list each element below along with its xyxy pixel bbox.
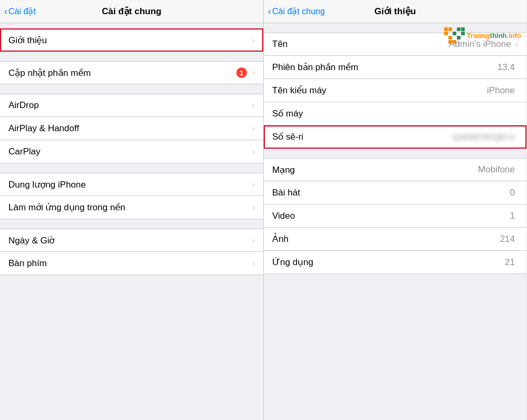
chevron-icon-dung-luong: › xyxy=(252,180,255,189)
right-item-video: Video 1 xyxy=(264,204,526,228)
brand-truong: Truong xyxy=(467,32,490,40)
pixel-15 xyxy=(461,36,465,40)
back-chevron-icon: ‹ xyxy=(4,6,7,17)
right-item-video-value: 1 xyxy=(510,211,515,221)
left-item-carplay-label: CarPlay xyxy=(8,146,251,157)
right-item-so-se-ri-value: Q4KBB79HQBYZ xyxy=(453,132,515,141)
pixel-18 xyxy=(453,40,456,44)
pixel-17 xyxy=(448,40,452,44)
pixel-9 xyxy=(457,32,461,35)
right-item-bai-hat: Bài hát 0 xyxy=(264,181,526,204)
left-nav-bar: ‹ Cài đặt Cài đặt chung xyxy=(0,0,263,23)
right-section-2: Mạng Mobifone Bài hát 0 Video 1 Ảnh 214 … xyxy=(264,158,526,274)
left-item-ban-phim-label: Bàn phím xyxy=(8,258,251,269)
left-item-ban-phim[interactable]: Bàn phím › xyxy=(0,252,263,275)
right-item-ten-label: Tên xyxy=(272,39,449,50)
left-item-cap-nhat-label: Cập nhật phần mềm xyxy=(8,67,236,79)
right-item-ung-dung-value: 21 xyxy=(505,257,515,268)
brand-info: .info xyxy=(507,32,521,40)
right-item-mang-value: Mobifone xyxy=(478,164,515,175)
pixel-3 xyxy=(453,27,456,31)
left-item-airplay[interactable]: AirPlay & Handoff › xyxy=(0,117,263,140)
left-item-gioi-thieu-label: Giới thiệu xyxy=(8,35,251,46)
right-item-anh-label: Ảnh xyxy=(272,233,500,245)
right-panel: ‹ Cài đặt chung Giới thiệu xyxy=(263,0,526,420)
pixel-8 xyxy=(453,32,456,35)
right-nav-title: Giới thiệu xyxy=(375,6,416,17)
left-item-carplay[interactable]: CarPlay › xyxy=(0,140,263,163)
right-item-ung-dung: Ứng dụng 21 xyxy=(264,251,526,274)
left-section-4: Dung lượng iPhone › Làm mới ứng dụng tro… xyxy=(0,173,263,219)
left-section-1: Giới thiệu › xyxy=(0,28,263,52)
right-item-bai-hat-label: Bài hát xyxy=(272,188,510,198)
right-item-so-se-ri-label: Số sê-ri xyxy=(272,131,453,142)
left-item-lam-moi-label: Làm mới ứng dụng trong nền xyxy=(8,202,251,213)
chevron-icon-carplay: › xyxy=(252,147,255,157)
right-back-label: Cài đặt chung xyxy=(272,6,325,16)
right-item-ten-kieu-may-value: iPhone xyxy=(487,85,515,96)
right-item-so-may-label: Số máy xyxy=(272,108,515,119)
right-item-anh: Ảnh 214 xyxy=(264,228,526,251)
pixel-5 xyxy=(461,27,465,31)
right-back-chevron-icon: ‹ xyxy=(268,6,271,17)
right-item-ung-dung-label: Ứng dụng xyxy=(272,257,505,268)
right-item-phien-ban-value: 13.4 xyxy=(497,62,515,73)
right-section-1: Tên Admin's iPhone › Phiên bản phần mềm … xyxy=(264,33,526,149)
right-item-phien-ban: Phiên bản phần mềm 13.4 xyxy=(264,56,526,79)
left-back-label: Cài đặt xyxy=(8,6,36,16)
pixel-19 xyxy=(457,40,461,44)
left-item-airplay-label: AirPlay & Handoff xyxy=(8,123,251,134)
right-item-ten-kieu-may: Tên kiểu máy iPhone xyxy=(264,79,526,102)
right-nav-back[interactable]: ‹ Cài đặt chung xyxy=(268,6,325,17)
right-item-so-se-ri: Số sê-ri Q4KBB79HQBYZ xyxy=(264,125,526,149)
pixel-6 xyxy=(444,32,448,35)
left-item-ngay-gio[interactable]: Ngày & Giờ › xyxy=(0,229,263,252)
chevron-icon-airplay: › xyxy=(252,124,255,133)
left-content: Giới thiệu › Cập nhật phần mềm 1 › AirDr… xyxy=(0,23,263,420)
pixel-2 xyxy=(448,27,452,31)
left-item-dung-luong-label: Dung lượng iPhone xyxy=(8,179,251,190)
right-item-mang-label: Mạng xyxy=(272,164,478,175)
right-nav-bar: ‹ Cài đặt chung Giới thiệu xyxy=(264,0,526,23)
left-nav-back[interactable]: ‹ Cài đặt xyxy=(4,6,36,17)
right-item-anh-value: 214 xyxy=(500,234,515,245)
pixel-20 xyxy=(461,40,465,44)
left-item-dung-luong[interactable]: Dung lượng iPhone › xyxy=(0,173,263,196)
pixel-14 xyxy=(457,36,461,40)
right-item-ten-kieu-may-label: Tên kiểu máy xyxy=(272,85,487,96)
left-item-lam-moi[interactable]: Làm mới ứng dụng trong nền › xyxy=(0,196,263,219)
left-nav-title: Cài đặt chung xyxy=(102,6,161,17)
right-item-video-label: Video xyxy=(272,211,510,221)
chevron-icon-lam-moi: › xyxy=(252,203,255,212)
brand-logo: Truongthinh.info xyxy=(444,27,521,44)
brand-text: Truongthinh.info xyxy=(467,32,521,40)
chevron-icon-airdrop: › xyxy=(252,101,255,110)
pixel-4 xyxy=(457,27,461,31)
pixel-16 xyxy=(444,40,448,44)
chevron-icon-cap-nhat: › xyxy=(252,68,255,77)
pixel-12 xyxy=(448,36,452,40)
right-item-phien-ban-label: Phiên bản phần mềm xyxy=(272,62,497,73)
right-item-mang: Mạng Mobifone xyxy=(264,158,526,181)
left-section-3: AirDrop › AirPlay & Handoff › CarPlay › xyxy=(0,94,263,163)
left-item-airdrop-label: AirDrop xyxy=(8,100,251,111)
left-section-2: Cập nhật phần mềm 1 › xyxy=(0,61,263,84)
left-panel: ‹ Cài đặt Cài đặt chung Giới thiệu › Cập… xyxy=(0,0,263,420)
right-item-bai-hat-value: 0 xyxy=(510,188,515,198)
chevron-icon-ngay-gio: › xyxy=(252,236,255,245)
left-item-gioi-thieu[interactable]: Giới thiệu › xyxy=(0,28,263,52)
chevron-icon-ban-phim: › xyxy=(252,259,255,268)
pixel-logo xyxy=(444,27,465,44)
pixel-11 xyxy=(444,36,448,40)
left-section-5: Ngày & Giờ › Bàn phím › xyxy=(0,229,263,275)
chevron-icon-gioi-thieu: › xyxy=(252,35,255,45)
pixel-1 xyxy=(444,27,448,31)
pixel-10 xyxy=(461,32,465,35)
update-badge: 1 xyxy=(236,67,247,78)
brand-thinh: thinh xyxy=(490,32,507,40)
left-item-airdrop[interactable]: AirDrop › xyxy=(0,94,263,117)
left-item-cap-nhat[interactable]: Cập nhật phần mềm 1 › xyxy=(0,61,263,84)
right-item-so-may: Số máy xyxy=(264,102,526,125)
pixel-13 xyxy=(453,36,456,40)
pixel-7 xyxy=(448,32,452,35)
